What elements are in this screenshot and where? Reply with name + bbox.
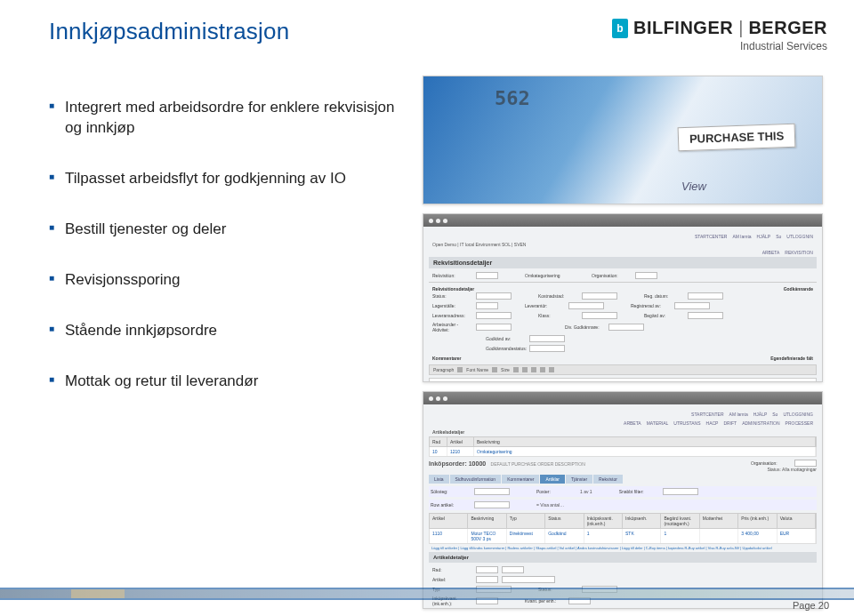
cell: 1 [584,529,623,543]
tab: Rekvistor [593,475,623,484]
bullet-item: Stående innkjøpsordre [49,321,405,341]
company-logo: b BILFINGER | BERGER Industrial Services [612,18,827,52]
screenshot-requisition: STARTCENTER AM lamta HJÄLP So UTLOGGNIN … [423,213,823,382]
col-header: Begärd kvant. (mottagenh.) [661,514,699,528]
field-input [794,460,817,467]
field-label: Klass: [538,313,578,318]
col-header: Rad [430,437,447,446]
field-label: Row artikel: [431,502,471,508]
nav-item: ARBETA [762,250,780,255]
nav-item: UTLOGGNIN [786,234,813,239]
field-label: Leveransadress: [432,313,472,318]
field-input [502,576,555,583]
status-value: Alla mottagningar [782,467,817,472]
cell: Direktinvest [507,529,545,543]
tab: Tjänster [566,475,592,484]
nav-item: STARTCENTER [695,234,727,239]
bullet-item: Tilpasset arbeidsflyt for godkjenning av… [49,169,405,189]
field-input [476,576,498,583]
tab-active: Artiklar [540,475,565,484]
field-label: Rekvisition: [432,273,472,278]
nav-item: MATERIAL [647,420,669,426]
field-input [608,324,644,331]
field-label: = Visa antal… [536,502,564,508]
field-label: Godkännandestatus: [486,346,526,351]
field-input [582,312,617,319]
bullet-item: Bestill tjenester og deler [49,220,405,240]
field-label: Artikel: [432,577,472,582]
field-label: Leverantör: [525,303,565,308]
subsection-label: Godkännande [784,286,813,292]
field-label: Snabbt filter: [619,489,659,494]
field-input [529,345,565,352]
cell: 1 [661,529,699,543]
toolbar-item: Size [501,367,510,372]
field-input [476,292,512,300]
field-input [568,302,604,309]
nav-item: HJÄLP [757,234,771,239]
status-label: Status: [767,467,781,472]
toolbar-item: Font Name [466,367,488,372]
po-description: DEFAULT PURCHASE ORDER DESCRIPTION [491,461,585,467]
field-label: Begärd av: [644,313,684,318]
field-label: Arbetsorder - Aktivitet: [432,322,472,332]
nav-item: UTLOGGNING [783,412,813,417]
nav-item: So [776,234,781,239]
field-label: Rad: [432,567,472,572]
nav-item: UTRUSTANS [673,420,700,426]
nav-item: ADMINISTRATION [742,420,779,426]
cell: STK [623,529,661,543]
field-label: Organisation: [592,273,632,278]
detail-section: Artikeldetaljer [429,552,817,563]
nav-item: AM lamta [729,412,748,417]
field-input [476,312,512,319]
cell: 10 [430,447,447,456]
col-header: Beskrivning [468,514,506,528]
nav-item: HJÄLP [753,412,768,417]
field-input [474,488,510,495]
field-input [476,324,512,331]
field-input [635,272,657,279]
field-label: Lagerställe: [432,303,472,308]
subsection-label: Kommentarer [432,356,462,361]
field-input [663,488,698,495]
field-label: Registrerad av: [631,303,671,308]
field-input [582,292,617,300]
screenshot-purchase-order: STARTCENTER AM lamta HJÄLP So UTLOGGNING… [423,391,823,609]
field-input [476,302,498,309]
col-header: Status [545,514,584,528]
field-label: Godkänd av: [486,336,526,341]
toolbar-item: Paragraph [433,367,454,372]
field-input [474,501,510,508]
field-label: Organisation: [751,460,791,466]
nav-item: REKVISITION [785,250,813,255]
col-header: Artikel [430,514,468,528]
action-strip: Lägg till artikeler | Lägg till/ändra ko… [429,544,817,552]
field-input [476,566,498,573]
col-header: Artikel [447,437,474,446]
nav-item: AM lamta [732,234,751,239]
logo-brand2: BERGER [748,18,827,38]
field-input [529,335,565,342]
field-input [688,312,723,319]
cell: Motor TECO 500V 3 ps [468,529,506,543]
tab: Lista [429,475,449,484]
po-title: Inköpsorder: 10000 [429,460,486,467]
footer-strip [0,588,854,600]
section-title: Rekvisitionsdetaljer [429,257,817,268]
field-label: Kostnadstad: [538,293,578,299]
breadcrumb: Open Demo | IT local Environment SOL | S… [429,241,817,248]
field-label: Reg. datum: [644,293,684,299]
section-title: Artikelsdetaljer [429,428,817,436]
field-label: Söksteg: [431,489,471,494]
field-label: Omkategorisering [525,273,565,278]
logo-subtitle: Industrial Services [612,40,827,52]
field-label: Poster: [536,489,576,494]
nav-item: PROCESSER [786,420,813,426]
bullet-list: Integrert med arbeidsordre for enklere r… [49,98,405,392]
logo-mark-icon: b [612,19,628,38]
nav-item: So [772,412,777,417]
col-header: Mottenhet [700,514,738,528]
bullet-item: Integrert med arbeidsordre for enklere r… [49,98,405,139]
subsection-label: Rekvisitionsdetaljer [432,286,474,292]
